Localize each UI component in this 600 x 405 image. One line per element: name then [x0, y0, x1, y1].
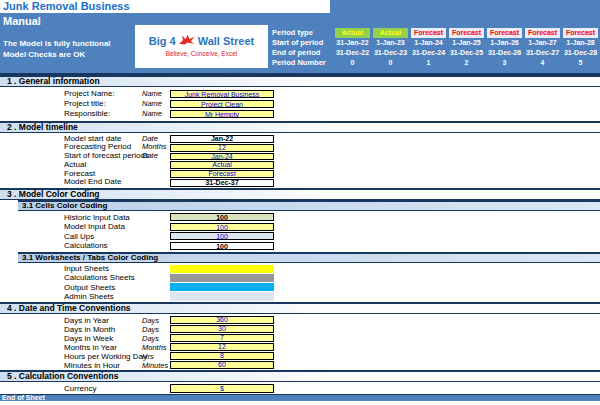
sheet-row: Minutes in HourMinutes60: [0, 361, 600, 370]
period-end-cell: 31-Dec-24: [411, 48, 446, 58]
period-number-cell: 2: [449, 58, 484, 68]
input-cell-project-title[interactable]: Project Clean: [170, 100, 274, 109]
period-number-cell: 0: [373, 58, 408, 68]
row-label-project-name: Project Name:: [64, 89, 115, 99]
sheet-row: Model End Date31-Dec-37: [0, 178, 600, 187]
sheet-row: Days in YearDays360: [0, 316, 600, 325]
model-status-line2: Model Checks are OK: [3, 49, 111, 60]
section-rows: Historic Input Data100Model Input Data10…: [0, 211, 600, 252]
brand-tagline: Believe, Conceive, Excel: [135, 50, 268, 57]
period-end-cell: 31-Dec-26: [487, 48, 522, 58]
period-start-cell: 1-Jan-28: [563, 38, 598, 48]
brand-logo-right: Wall Street: [198, 35, 254, 47]
period-row-label: End of period: [272, 48, 332, 58]
row-label-project-title: Project title:: [64, 99, 106, 109]
tab-color-bar-admin-sheets: [170, 292, 274, 300]
period-start-cell: 1-Jan-26: [487, 38, 522, 48]
sheet-header: Junk Removal Business Manual The Model i…: [0, 0, 600, 75]
sheet-row: Historic Input Data100: [0, 213, 600, 223]
sheet-row: Output Sheets: [0, 283, 600, 292]
sheet-row: Calculations Sheets: [0, 273, 600, 282]
period-number-cell: 3: [487, 58, 522, 68]
input-cell-forecasting-period[interactable]: 12: [170, 144, 274, 152]
period-panel: Period typeActualActualForecastForecastF…: [272, 28, 598, 68]
row-unit: Name: [142, 99, 162, 109]
subsection-header-3-1-cells-color-coding: 3.1 Cells Color Coding: [18, 200, 600, 211]
period-number-cell: 0: [335, 58, 370, 68]
period-end-cell: 31-Dec-22: [335, 48, 370, 58]
input-cell-project-name[interactable]: Junk Removal Business: [170, 90, 274, 99]
period-row-label: Period Number: [272, 58, 332, 68]
sheet-row: Input Sheets: [0, 264, 600, 273]
row-label-historic-input-data: Historic Input Data: [64, 213, 130, 223]
sheet-row: Days in WeekDays7: [0, 334, 600, 343]
end-of-sheet-label: End of Sheet: [0, 394, 600, 401]
row-label-calculations: Calculations: [64, 241, 108, 251]
input-cell-days-in-week[interactable]: 7: [170, 334, 274, 342]
period-row-label: Period type: [272, 28, 332, 38]
sheet-row: Model Input Data100: [0, 222, 600, 232]
period-start-cell: 1-Jan-24: [411, 38, 446, 48]
period-type-cell: Forecast: [449, 28, 484, 38]
section-header-4: 4 . Date and Time Conventions: [0, 302, 600, 314]
input-cell-minutes-in-hour[interactable]: 60: [170, 361, 274, 369]
row-unit: Date: [142, 152, 158, 161]
value-cell-model-start-date: Jan-22: [170, 135, 274, 143]
period-number-cell: 4: [525, 58, 560, 68]
section-header-1: 1 . General information: [0, 75, 600, 87]
workbook-title: Junk Removal Business: [0, 0, 330, 13]
row-unit: Name: [142, 109, 162, 119]
input-cell-days-in-month[interactable]: 30: [170, 325, 274, 333]
row-label-responsible: Responsible:: [64, 109, 110, 119]
period-type-cell: Forecast: [487, 28, 522, 38]
period-start-cell: 1-Jan-27: [525, 38, 560, 48]
workbook-page: Junk Removal Business Manual The Model i…: [0, 0, 600, 405]
period-start-cell: 31-Jan-22: [335, 38, 370, 48]
period-type-cell: Actual: [335, 28, 370, 38]
value-cell-historic-input-data: 100: [170, 213, 274, 221]
row-unit: Minutes: [142, 361, 168, 371]
input-cell-months-in-year[interactable]: 12: [170, 343, 274, 351]
section-header-2: 2 . Model timeline: [0, 121, 600, 133]
model-status: The Model is fully functional Model Chec…: [3, 38, 111, 60]
section-header-3: 3 . Model Color Coding: [0, 188, 600, 200]
section-rows: Currency$: [0, 382, 600, 394]
sheet-row: Days in MonthDays30: [0, 325, 600, 334]
input-cell-hours-per-working-day[interactable]: 8: [170, 352, 274, 360]
section-rows: Model start dateDateJan-22Forecasting Pe…: [0, 133, 600, 188]
subsection-header-3-1-worksheets-tabs-color-coding: 3.1 Worksheets / Tabs Color Coding: [18, 252, 600, 263]
row-label-call-ups: Call Ups: [64, 232, 94, 242]
row-label-model-input-data: Model Input Data: [64, 222, 125, 232]
section-rows: Days in YearDays360Days in MonthDays30Da…: [0, 314, 600, 370]
row-label-minutes-in-hour: Minutes in Hour: [64, 361, 120, 371]
eagle-icon: [178, 33, 196, 49]
period-type-cell: Forecast: [563, 28, 598, 38]
input-cell-responsible[interactable]: Mr Hempty: [170, 110, 274, 119]
sheet-row: Start of forecast periodsDateJan-24: [0, 152, 600, 161]
brand-logo-left: Big 4: [149, 35, 176, 47]
sheet-row: Call Ups100: [0, 232, 600, 242]
input-cell-actual[interactable]: Actual: [170, 161, 274, 169]
period-type-cell: Actual: [373, 28, 408, 38]
input-cell-forecast[interactable]: Forecast: [170, 170, 274, 178]
input-cell-start-of-forecast-periods[interactable]: Jan-24: [170, 153, 274, 161]
row-label-model-end-date: Model End Date: [64, 178, 121, 187]
sheet-row: Calculations100: [0, 241, 600, 251]
input-cell-days-in-year[interactable]: 360: [170, 316, 274, 324]
input-cell-model-input-data[interactable]: 100: [170, 223, 274, 231]
section-rows: Project Name:NameJunk Removal BusinessPr…: [0, 87, 600, 121]
period-number-cell: 5: [563, 58, 598, 68]
sheet-name-label: Manual: [3, 15, 41, 27]
value-cell-call-ups: 100: [170, 232, 274, 240]
period-row-label: Start of period: [272, 38, 332, 48]
section-header-5: 5 . Calculation Conventions: [0, 370, 600, 382]
period-start-cell: 1-Jan-25: [449, 38, 484, 48]
period-type-cell: Forecast: [411, 28, 446, 38]
sheet-row: Currency$: [0, 384, 600, 394]
tab-color-bar-output-sheets: [170, 283, 274, 291]
period-end-cell: 31-Dec-25: [449, 48, 484, 58]
row-label-admin-sheets: Admin Sheets: [64, 292, 114, 302]
tab-color-bar-input-sheets: [170, 265, 274, 273]
model-status-line1: The Model is fully functional: [3, 38, 111, 49]
input-cell-currency[interactable]: $: [170, 384, 274, 393]
